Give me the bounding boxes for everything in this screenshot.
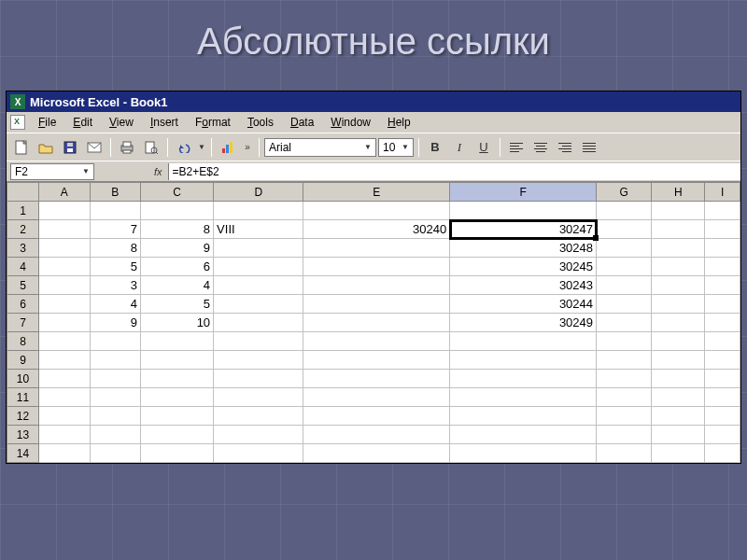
underline-button[interactable]: U (472, 136, 495, 159)
cell-E3[interactable] (303, 239, 450, 258)
cell-I2[interactable] (705, 220, 740, 239)
open-button[interactable] (35, 136, 57, 159)
cell-B12[interactable] (90, 407, 141, 426)
cell-F3[interactable]: 30248 (450, 239, 597, 258)
cell-E9[interactable] (303, 351, 450, 370)
cell-G13[interactable] (597, 426, 652, 444)
cell-F2[interactable]: 30247 (450, 220, 597, 239)
cell-C12[interactable] (141, 407, 214, 426)
cell-A3[interactable] (39, 239, 91, 258)
cell-D5[interactable] (214, 276, 303, 295)
col-header-H[interactable]: H (652, 183, 705, 202)
cell-I9[interactable] (705, 351, 740, 370)
cell-A1[interactable] (39, 202, 91, 220)
cell-B6[interactable]: 4 (90, 295, 141, 314)
cell-E12[interactable] (303, 407, 450, 426)
cell-E14[interactable] (303, 444, 450, 463)
print-preview-button[interactable] (140, 136, 162, 159)
font-size-select[interactable]: 10 ▼ (378, 138, 414, 157)
cell-E7[interactable] (303, 314, 450, 332)
col-header-B[interactable]: B (90, 183, 141, 202)
cell-F5[interactable]: 30243 (450, 276, 597, 295)
cell-C14[interactable] (141, 444, 214, 463)
cell-B2[interactable]: 7 (90, 220, 141, 239)
cell-F1[interactable] (450, 202, 597, 220)
cell-H11[interactable] (652, 388, 705, 407)
cell-F11[interactable] (450, 388, 597, 407)
cell-E5[interactable] (303, 276, 450, 295)
mail-button[interactable] (83, 136, 106, 159)
cell-D8[interactable] (214, 332, 303, 351)
cell-G4[interactable] (597, 258, 652, 276)
cell-H14[interactable] (652, 444, 705, 463)
cell-I1[interactable] (705, 202, 740, 220)
cell-A11[interactable] (39, 388, 91, 407)
cell-C1[interactable] (141, 202, 214, 220)
cell-E1[interactable] (303, 202, 450, 220)
cell-G8[interactable] (597, 332, 652, 351)
fx-label[interactable]: fx (154, 166, 162, 177)
row-header-11[interactable]: 11 (7, 388, 39, 407)
row-header-2[interactable]: 2 (7, 220, 39, 239)
align-center-button[interactable] (529, 136, 552, 159)
cell-G5[interactable] (597, 276, 652, 295)
cell-G6[interactable] (597, 295, 652, 314)
cell-A12[interactable] (39, 407, 91, 426)
cell-D9[interactable] (214, 351, 303, 370)
cell-F10[interactable] (450, 370, 597, 388)
cell-A8[interactable] (39, 332, 91, 351)
row-header-9[interactable]: 9 (7, 351, 39, 370)
cell-E8[interactable] (303, 332, 450, 351)
cell-H6[interactable] (652, 295, 705, 314)
cell-D14[interactable] (214, 444, 303, 463)
cell-F6[interactable]: 30244 (450, 295, 597, 314)
cell-C3[interactable]: 9 (141, 239, 214, 258)
cell-H4[interactable] (652, 258, 705, 276)
menu-window[interactable]: Window (323, 114, 378, 131)
cell-H7[interactable] (652, 314, 705, 332)
menu-help[interactable]: Help (380, 114, 418, 131)
row-header-4[interactable]: 4 (7, 258, 39, 276)
cell-I5[interactable] (705, 276, 740, 295)
undo-button[interactable] (173, 136, 195, 159)
toolbar-more[interactable]: » (241, 136, 254, 159)
cell-B4[interactable]: 5 (90, 258, 141, 276)
cell-H10[interactable] (652, 370, 705, 388)
cell-A13[interactable] (39, 426, 91, 444)
row-header-3[interactable]: 3 (7, 239, 39, 258)
cell-H8[interactable] (652, 332, 705, 351)
align-right-button[interactable] (554, 136, 576, 159)
cell-A9[interactable] (39, 351, 91, 370)
cell-D4[interactable] (214, 258, 303, 276)
cell-C2[interactable]: 8 (141, 220, 214, 239)
cell-F12[interactable] (450, 407, 597, 426)
cell-E13[interactable] (303, 426, 450, 444)
col-header-G[interactable]: G (597, 183, 652, 202)
cell-A14[interactable] (39, 444, 91, 463)
cell-F7[interactable]: 30249 (450, 314, 597, 332)
cell-D12[interactable] (214, 407, 303, 426)
menu-format[interactable]: Format (188, 114, 238, 131)
cell-I11[interactable] (705, 388, 740, 407)
menu-file[interactable]: File (31, 114, 63, 131)
cell-A5[interactable] (39, 276, 91, 295)
formula-input[interactable]: =B2+E$2 (168, 163, 740, 180)
cell-B7[interactable]: 9 (90, 314, 141, 332)
menu-tools[interactable]: Tools (240, 114, 281, 131)
row-header-13[interactable]: 13 (7, 426, 39, 444)
cell-H3[interactable] (652, 239, 705, 258)
cell-A4[interactable] (39, 258, 91, 276)
cell-F4[interactable]: 30245 (450, 258, 597, 276)
cell-I4[interactable] (705, 258, 740, 276)
cell-F13[interactable] (450, 426, 597, 444)
cell-C11[interactable] (141, 388, 214, 407)
cell-F8[interactable] (450, 332, 597, 351)
name-box[interactable]: F2 ▼ (10, 163, 94, 180)
cell-G10[interactable] (597, 370, 652, 388)
col-header-E[interactable]: E (303, 183, 450, 202)
cell-G11[interactable] (597, 388, 652, 407)
cell-B11[interactable] (90, 388, 141, 407)
cell-B9[interactable] (90, 351, 141, 370)
cell-E6[interactable] (303, 295, 450, 314)
cell-H9[interactable] (652, 351, 705, 370)
